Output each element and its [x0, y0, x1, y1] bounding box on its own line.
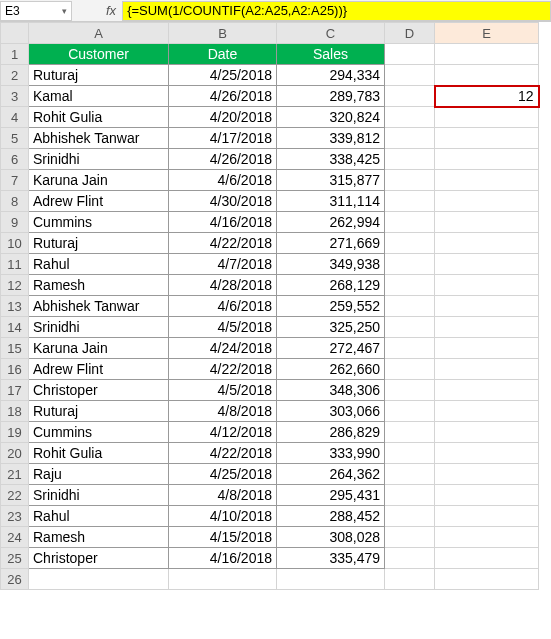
cell-customer[interactable]: Kamal [29, 86, 169, 107]
header-customer[interactable]: Customer [29, 44, 169, 65]
cell[interactable] [385, 296, 435, 317]
cell-customer[interactable]: Karuna Jain [29, 170, 169, 191]
cell-sales[interactable]: 339,812 [277, 128, 385, 149]
cell-customer[interactable]: Srinidhi [29, 485, 169, 506]
cell[interactable] [385, 485, 435, 506]
cell[interactable] [435, 254, 539, 275]
cell[interactable] [385, 212, 435, 233]
cell-sales[interactable]: 333,990 [277, 443, 385, 464]
cell[interactable] [385, 548, 435, 569]
cell[interactable] [435, 527, 539, 548]
cell-customer[interactable]: Cummins [29, 212, 169, 233]
col-header-c[interactable]: C [277, 23, 385, 44]
cell[interactable] [435, 359, 539, 380]
row-header[interactable]: 7 [1, 170, 29, 191]
name-box[interactable]: E3 ▾ [0, 1, 72, 21]
cell-sales[interactable]: 264,362 [277, 464, 385, 485]
cell[interactable] [385, 506, 435, 527]
cell-date[interactable]: 4/5/2018 [169, 380, 277, 401]
cell[interactable] [385, 569, 435, 590]
cell[interactable] [385, 65, 435, 86]
cell-customer[interactable]: Ruturaj [29, 65, 169, 86]
col-header-e[interactable]: E [435, 23, 539, 44]
cell[interactable] [385, 338, 435, 359]
cell[interactable] [385, 149, 435, 170]
cell[interactable] [385, 44, 435, 65]
cell[interactable] [385, 422, 435, 443]
row-header[interactable]: 3 [1, 86, 29, 107]
cell-date[interactable]: 4/10/2018 [169, 506, 277, 527]
cell-customer[interactable]: Raju [29, 464, 169, 485]
row-header[interactable]: 15 [1, 338, 29, 359]
cell[interactable] [385, 527, 435, 548]
cell-date[interactable]: 4/8/2018 [169, 485, 277, 506]
cell[interactable] [435, 548, 539, 569]
cell[interactable] [435, 338, 539, 359]
cell[interactable] [385, 317, 435, 338]
row-header[interactable]: 1 [1, 44, 29, 65]
cell-sales[interactable]: 286,829 [277, 422, 385, 443]
cell-customer[interactable]: Adrew Flint [29, 359, 169, 380]
cell-date[interactable]: 4/16/2018 [169, 212, 277, 233]
row-header[interactable]: 10 [1, 233, 29, 254]
cell-customer[interactable]: Rohit Gulia [29, 443, 169, 464]
cell[interactable] [435, 170, 539, 191]
cell-customer[interactable]: Abhishek Tanwar [29, 296, 169, 317]
cell-sales[interactable]: 303,066 [277, 401, 385, 422]
row-header[interactable]: 12 [1, 275, 29, 296]
cell[interactable] [385, 128, 435, 149]
fx-icon[interactable]: fx [106, 3, 116, 18]
row-header[interactable]: 13 [1, 296, 29, 317]
result-cell[interactable]: 12 [435, 86, 539, 107]
cell-date[interactable]: 4/5/2018 [169, 317, 277, 338]
cell[interactable] [385, 191, 435, 212]
row-header[interactable]: 20 [1, 443, 29, 464]
dropdown-icon[interactable]: ▾ [62, 6, 67, 16]
cell-customer[interactable]: Adrew Flint [29, 191, 169, 212]
cell-customer[interactable]: Cummins [29, 422, 169, 443]
cell-customer[interactable]: Abhishek Tanwar [29, 128, 169, 149]
row-header[interactable]: 25 [1, 548, 29, 569]
cell[interactable] [385, 233, 435, 254]
row-header[interactable]: 4 [1, 107, 29, 128]
cell[interactable] [29, 569, 169, 590]
cell-sales[interactable]: 349,938 [277, 254, 385, 275]
cell-customer[interactable]: Rahul [29, 254, 169, 275]
cell[interactable] [435, 275, 539, 296]
row-header[interactable]: 17 [1, 380, 29, 401]
cell[interactable] [435, 485, 539, 506]
cell[interactable] [435, 506, 539, 527]
row-header[interactable]: 24 [1, 527, 29, 548]
cell-date[interactable]: 4/15/2018 [169, 527, 277, 548]
cell[interactable] [435, 422, 539, 443]
cell[interactable] [435, 149, 539, 170]
cell-customer[interactable]: Srinidhi [29, 149, 169, 170]
cell[interactable] [435, 44, 539, 65]
col-header-b[interactable]: B [169, 23, 277, 44]
cell-sales[interactable]: 311,114 [277, 191, 385, 212]
row-header[interactable]: 18 [1, 401, 29, 422]
cell[interactable] [385, 254, 435, 275]
row-header[interactable]: 6 [1, 149, 29, 170]
cell[interactable] [435, 233, 539, 254]
row-header[interactable]: 23 [1, 506, 29, 527]
cell-customer[interactable]: Srinidhi [29, 317, 169, 338]
cell-date[interactable]: 4/7/2018 [169, 254, 277, 275]
row-header[interactable]: 21 [1, 464, 29, 485]
cell-sales[interactable]: 308,028 [277, 527, 385, 548]
cell-sales[interactable]: 335,479 [277, 548, 385, 569]
cell-sales[interactable]: 262,660 [277, 359, 385, 380]
cell-customer[interactable]: Rohit Gulia [29, 107, 169, 128]
cell-customer[interactable]: Rahul [29, 506, 169, 527]
cell-date[interactable]: 4/8/2018 [169, 401, 277, 422]
cell[interactable] [277, 569, 385, 590]
cell[interactable] [385, 380, 435, 401]
spreadsheet-grid[interactable]: A B C D E 1CustomerDateSales2Ruturaj4/25… [0, 22, 540, 590]
row-header[interactable]: 14 [1, 317, 29, 338]
cell-date[interactable]: 4/17/2018 [169, 128, 277, 149]
cell[interactable] [435, 212, 539, 233]
row-header[interactable]: 8 [1, 191, 29, 212]
cell-date[interactable]: 4/12/2018 [169, 422, 277, 443]
cell-date[interactable]: 4/28/2018 [169, 275, 277, 296]
cell-sales[interactable]: 289,783 [277, 86, 385, 107]
